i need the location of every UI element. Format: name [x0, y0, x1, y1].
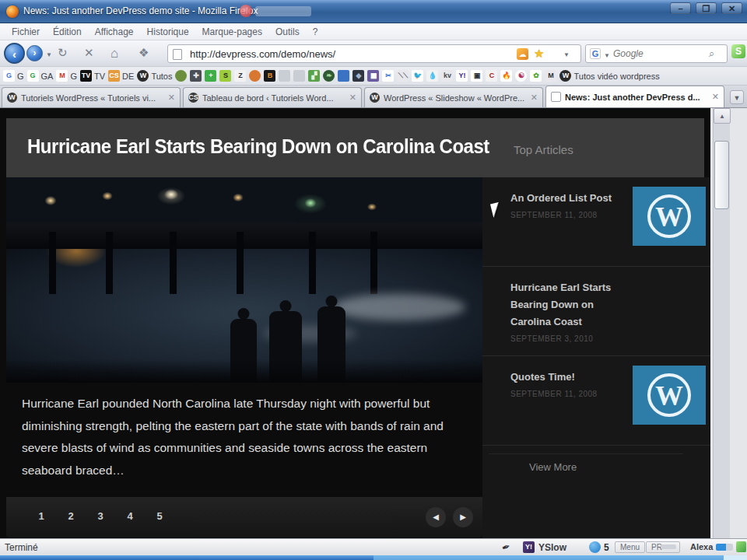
bookmark-icon[interactable]: M — [56, 70, 68, 82]
bookmark-item[interactable]: ▞ — [308, 70, 320, 82]
google-engine-icon[interactable]: G — [590, 48, 601, 59]
bookmark-icon[interactable]: G — [27, 70, 39, 82]
bookmark-item[interactable]: ☯ — [515, 70, 527, 82]
bookmark-icon[interactable]: ☯ — [515, 70, 527, 82]
pagination-number[interactable]: 1 — [36, 510, 47, 522]
bookmark-item[interactable]: ⟍⟍ — [397, 70, 409, 82]
bookmark-icon[interactable]: ✿ — [530, 70, 542, 82]
article-thumbnail[interactable]: W — [633, 187, 706, 246]
menu-item[interactable]: Historique — [142, 25, 195, 39]
article-title[interactable]: Hurricane Earl Starts Bearing Down on Ca… — [510, 282, 611, 327]
menu-item[interactable]: Fichier — [6, 25, 45, 39]
bookmark-icon[interactable]: G — [3, 70, 15, 82]
bookmark-icon[interactable]: 🐦 — [412, 70, 423, 82]
bookmark-icon[interactable]: ❧ — [323, 70, 335, 82]
bookmark-item[interactable]: Z — [234, 70, 246, 82]
tab-close-icon[interactable]: ✕ — [168, 93, 175, 103]
next-slide-button[interactable]: ▶ — [453, 507, 473, 527]
bookmark-item[interactable]: 🔥 — [500, 70, 512, 82]
bookmark-icon[interactable] — [338, 70, 349, 82]
bookmark-item[interactable]: ✚ — [190, 70, 202, 82]
pagination-number[interactable]: 2 — [65, 510, 76, 522]
bookmark-item[interactable] — [279, 70, 290, 82]
sidebar-article[interactable]: Hurricane Earl Starts Bearing Down on Ca… — [482, 267, 710, 356]
browser-tab[interactable]: W Tutoriels WordPress « Tutoriels vi... … — [2, 87, 181, 107]
bookmark-icon[interactable]: W — [559, 70, 571, 82]
menu-button[interactable]: Menu — [615, 541, 645, 553]
article-thumbnail[interactable]: W — [633, 366, 706, 425]
article-title[interactable]: An Ordered List Post — [510, 192, 612, 204]
browser-tab[interactable]: News: Just another DevPress d... ✕ — [545, 86, 724, 107]
menu-item[interactable]: ? — [307, 25, 324, 39]
scrollbar-thumb[interactable] — [714, 141, 729, 209]
tab-title[interactable]: WordPress « Slideshow « WordPre... — [384, 93, 527, 103]
bookmark-icon[interactable]: CS — [108, 70, 120, 82]
bookmark-item[interactable]: ◆ — [352, 70, 364, 82]
bookmark-icon[interactable]: ▦ — [367, 70, 379, 82]
tab-title[interactable]: Tableau de bord ‹ Tutoriels Word... — [202, 93, 345, 103]
view-more-link[interactable]: View More — [529, 461, 577, 473]
search-box[interactable]: G ▼ ⌕ — [585, 44, 728, 63]
bookmark-icon[interactable] — [175, 70, 187, 82]
bookmark-item[interactable]: + — [205, 70, 216, 82]
bookmark-item[interactable]: W Tutos — [137, 70, 172, 82]
bookmark-item[interactable]: kv — [441, 70, 453, 82]
quill-icon[interactable]: ✒ — [500, 541, 512, 555]
reload-button[interactable]: ↻ — [58, 46, 68, 60]
featured-image[interactable] — [6, 177, 482, 383]
tab-title[interactable]: Tutoriels WordPress « Tutoriels vi... — [21, 93, 164, 103]
url-bar[interactable]: ☁ ★ ▼ — [167, 44, 581, 63]
article-title[interactable]: Quotes Time! — [510, 371, 575, 383]
maximize-button[interactable]: ❐ — [696, 2, 717, 14]
bookmark-icon[interactable]: kv — [441, 70, 453, 82]
bookmark-item[interactable] — [249, 70, 261, 82]
bookmark-item[interactable]: W Tutos vidéo wordpress — [559, 70, 659, 82]
bookmark-label[interactable]: Tutos vidéo wordpress — [573, 72, 659, 81]
bookmark-icon[interactable] — [279, 70, 290, 82]
bookmark-icon[interactable]: Y! — [456, 70, 468, 82]
extension-icon[interactable] — [736, 541, 746, 552]
bookmark-icon[interactable]: S — [219, 70, 231, 82]
yslow-label[interactable]: YSlow — [538, 542, 566, 553]
bookmark-icon[interactable]: ✚ — [190, 70, 202, 82]
bookmark-icon[interactable]: ⟍⟍ — [397, 70, 409, 82]
tab-title[interactable]: News: Just another DevPress d... — [565, 93, 708, 102]
bookmark-item[interactable]: C — [486, 70, 497, 82]
bookmark-icon[interactable]: ▞ — [308, 70, 320, 82]
pagination-number[interactable]: 3 — [95, 510, 106, 522]
tab-close-icon[interactable]: ✕ — [531, 93, 538, 103]
menu-item[interactable]: Outils — [270, 25, 305, 39]
pagination-number[interactable]: 4 — [124, 510, 135, 522]
bookmark-icon[interactable]: 💧 — [426, 70, 438, 82]
skype-icon[interactable]: S — [731, 44, 745, 58]
bookmark-item[interactable] — [293, 70, 305, 82]
bookmark-label[interactable]: DE — [122, 72, 134, 81]
list-all-tabs-icon[interactable]: ▼ — [730, 90, 744, 104]
tab-close-icon[interactable]: ✕ — [349, 93, 356, 103]
article-thumbnail[interactable] — [633, 276, 706, 335]
bookmark-item[interactable]: S — [219, 70, 231, 82]
yslow-icon[interactable]: Y! — [523, 541, 535, 553]
bookmark-item[interactable]: ❧ — [323, 70, 335, 82]
bookmark-icon[interactable] — [249, 70, 261, 82]
bookmark-label[interactable]: G — [17, 72, 24, 81]
scroll-up-icon[interactable]: ▲ — [714, 108, 731, 124]
bookmark-item[interactable]: TV TV — [80, 70, 105, 82]
windows-taskbar[interactable] — [0, 555, 747, 560]
bookmark-icon[interactable] — [293, 70, 305, 82]
prev-slide-button[interactable]: ◀ — [426, 507, 446, 527]
bookmark-item[interactable] — [338, 70, 349, 82]
stop-button[interactable]: ✕ — [84, 46, 94, 60]
bookmark-label[interactable]: TV — [94, 72, 105, 81]
close-button[interactable]: ✕ — [721, 2, 742, 14]
article-headline[interactable]: Hurricane Earl Starts Bearing Down on Ca… — [27, 135, 453, 158]
minimize-button[interactable]: – — [670, 2, 691, 14]
browser-tab[interactable]: W WordPress « Slideshow « WordPre... ✕ — [364, 87, 543, 107]
bookmark-icon[interactable]: Z — [234, 70, 246, 82]
url-dropdown-icon[interactable]: ▼ — [563, 51, 570, 58]
bookmark-label[interactable]: Tutos — [151, 72, 172, 81]
alexa-label[interactable]: Alexa — [690, 542, 713, 551]
bookmark-icon[interactable]: M — [545, 70, 556, 82]
bookmark-item[interactable]: G GA — [27, 70, 54, 82]
bookmark-item[interactable]: B — [264, 70, 275, 82]
